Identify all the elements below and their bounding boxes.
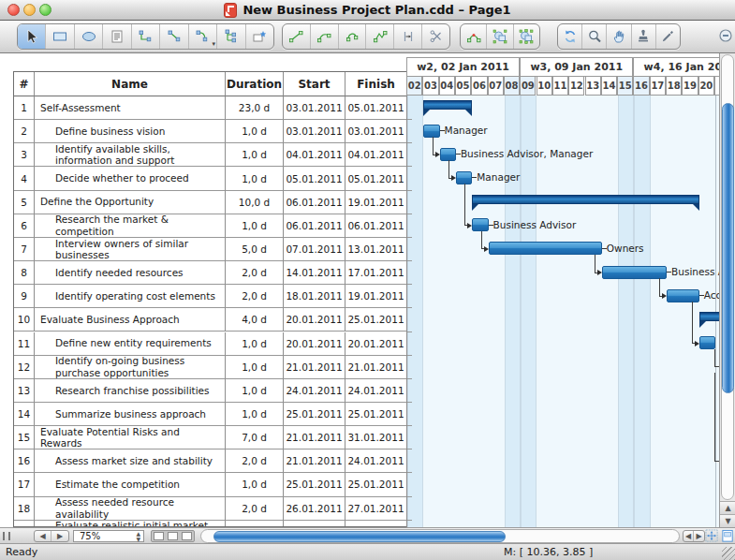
- task-finish-cell[interactable]: 21.01.2011: [345, 356, 407, 379]
- arc-tool-button[interactable]: [311, 24, 339, 49]
- task-duration-cell[interactable]: 1,0 d: [226, 167, 284, 190]
- dropdown-caret-icon[interactable]: ▾: [213, 41, 216, 48]
- task-name-cell[interactable]: Define new entity requirements: [35, 332, 226, 356]
- gantt-task-bar[interactable]: [699, 336, 715, 349]
- task-duration-cell[interactable]: 2,0 d: [226, 449, 284, 473]
- task-start-cell[interactable]: 06.01.2011: [284, 214, 345, 238]
- zoom-window-button[interactable]: [39, 4, 51, 16]
- text-tool-button[interactable]: [103, 24, 131, 49]
- scroll-right-button[interactable]: ▶: [694, 531, 704, 541]
- reshape-tool-button[interactable]: [461, 24, 487, 49]
- task-duration-cell[interactable]: 2,0 d: [226, 497, 284, 521]
- rotate-tool-button[interactable]: [558, 24, 582, 49]
- task-duration-cell[interactable]: 1,0 d: [226, 403, 284, 426]
- task-name-cell[interactable]: Self-Assessment: [35, 96, 226, 120]
- zoom-level-field[interactable]: 75% ▲▼: [73, 530, 144, 542]
- gantt-task-bar[interactable]: [489, 242, 602, 255]
- task-finish-cell[interactable]: 05.01.2011: [345, 96, 407, 120]
- task-finish-cell[interactable]: 20.01.2011: [345, 332, 407, 356]
- polyline-tool-button[interactable]: [366, 24, 394, 49]
- gantt-body[interactable]: ManagerBusiness Advisor, ManagerManagerB…: [406, 96, 719, 527]
- gantt-summary-bar[interactable]: [423, 100, 472, 110]
- task-name-cell[interactable]: Define the Opportunity: [35, 191, 226, 214]
- scroll-down-button[interactable]: ▼: [720, 514, 735, 527]
- task-finish-cell[interactable]: 04.01.2011: [345, 143, 407, 167]
- task-duration-cell[interactable]: 2,0 d: [226, 285, 284, 308]
- task-start-cell[interactable]: 03.01.2011: [284, 96, 345, 120]
- task-finish-cell[interactable]: 25.01.2011: [345, 473, 407, 496]
- task-start-cell[interactable]: 25.01.2011: [284, 473, 345, 496]
- task-finish-cell[interactable]: 25.01.2011: [345, 403, 407, 426]
- gantt-task-bar[interactable]: [472, 218, 488, 231]
- task-duration-cell[interactable]: 1,0 d: [226, 214, 284, 238]
- task-name-cell[interactable]: Evaluate Business Approach: [35, 308, 226, 332]
- direct-connector-tool-button[interactable]: [160, 24, 188, 49]
- task-start-cell[interactable]: 06.01.2011: [284, 191, 345, 214]
- gantt-task-bar[interactable]: [423, 125, 439, 138]
- task-start-cell[interactable]: 28.01.2011: [284, 521, 345, 527]
- task-finish-cell[interactable]: 25.01.2011: [345, 308, 407, 332]
- task-finish-cell[interactable]: 31.01.2011: [345, 426, 407, 449]
- task-duration-cell[interactable]: 1,0 d: [226, 356, 284, 379]
- close-button[interactable]: [7, 4, 20, 16]
- gantt-task-bar[interactable]: [602, 266, 667, 279]
- vertical-scroll-thumb[interactable]: [722, 103, 734, 393]
- task-name-cell[interactable]: Identify needed resources: [35, 261, 226, 285]
- task-name-cell[interactable]: Identify available skills, information a…: [35, 143, 226, 167]
- task-finish-cell[interactable]: 06.01.2011: [345, 214, 407, 238]
- task-name-cell[interactable]: Research the market & competition: [35, 214, 226, 238]
- horizontal-scroll-track[interactable]: [200, 529, 680, 543]
- task-start-cell[interactable]: 24.01.2011: [284, 379, 345, 403]
- zoom-tool-button[interactable]: [582, 24, 607, 49]
- vertical-scrollbar[interactable]: ▲ ▼: [719, 53, 735, 527]
- column-header-finish[interactable]: Finish: [345, 72, 407, 96]
- task-finish-cell[interactable]: 17.01.2011: [345, 261, 407, 285]
- eyedropper-tool-button[interactable]: [656, 24, 680, 49]
- gantt-summary-bar[interactable]: [699, 312, 719, 321]
- task-duration-cell[interactable]: 1,0 d: [226, 521, 284, 527]
- bezier-tool-button[interactable]: [339, 24, 367, 49]
- task-name-cell[interactable]: Evaluate Potential Risks and Rewards: [35, 426, 226, 449]
- pan-tool-button[interactable]: [607, 24, 631, 49]
- task-duration-cell[interactable]: 1,0 d: [226, 379, 284, 403]
- zoom-stepper[interactable]: ▲▼: [136, 531, 140, 542]
- gantt-summary-bar[interactable]: [472, 195, 698, 204]
- group-tool-button[interactable]: [487, 24, 513, 49]
- divide-tool-button[interactable]: [394, 24, 422, 49]
- task-name-cell[interactable]: Assess needed resource availability: [35, 497, 226, 521]
- task-duration-cell[interactable]: 4,0 d: [226, 308, 284, 332]
- task-finish-cell[interactable]: 27.01.2011: [345, 497, 407, 521]
- task-finish-cell[interactable]: 24.01.2011: [345, 449, 407, 473]
- column-header-name[interactable]: Name: [35, 72, 226, 96]
- column-header-start[interactable]: Start: [284, 72, 345, 96]
- task-start-cell[interactable]: 21.01.2011: [284, 426, 345, 449]
- task-name-cell[interactable]: Decide whether to proceed: [35, 167, 226, 190]
- select-tool-button[interactable]: [18, 24, 46, 49]
- task-start-cell[interactable]: 21.01.2011: [284, 356, 345, 379]
- drawing-canvas[interactable]: #NameDurationStartFinish1Self-Assessment…: [0, 53, 719, 527]
- task-finish-cell[interactable]: 05.01.2011: [345, 167, 407, 190]
- task-name-cell[interactable]: Evaluate realistic initial market share: [35, 521, 226, 527]
- task-name-cell[interactable]: Assess market size and stability: [35, 449, 226, 473]
- task-name-cell[interactable]: Identify operating cost elements: [35, 285, 226, 308]
- stamp-tool-button[interactable]: [632, 24, 656, 49]
- pan-view-icon[interactable]: [705, 529, 719, 543]
- scroll-left-button[interactable]: ◀: [684, 531, 694, 541]
- task-duration-cell[interactable]: 23,0 d: [226, 96, 284, 120]
- resize-grip[interactable]: [722, 547, 735, 560]
- task-name-cell[interactable]: Summarize business approach: [35, 403, 226, 426]
- scissors-tool-button[interactable]: [422, 24, 449, 49]
- task-finish-cell[interactable]: 19.01.2011: [345, 191, 407, 214]
- task-start-cell[interactable]: 07.01.2011: [284, 238, 345, 261]
- task-duration-cell[interactable]: 5,0 d: [226, 238, 284, 261]
- ungroup-tool-button[interactable]: [514, 24, 539, 49]
- task-duration-cell[interactable]: 7,0 d: [226, 426, 284, 449]
- next-page-button[interactable]: ▶: [51, 531, 68, 541]
- rectangle-tool-button[interactable]: [46, 24, 74, 49]
- line-tool-button[interactable]: [283, 24, 311, 49]
- task-duration-cell[interactable]: 2,0 d: [226, 261, 284, 285]
- task-finish-cell[interactable]: 13.01.2011: [345, 238, 407, 261]
- task-start-cell[interactable]: 18.01.2011: [284, 285, 345, 308]
- task-name-cell[interactable]: Define business vision: [35, 120, 226, 143]
- gantt-task-bar[interactable]: [667, 289, 699, 302]
